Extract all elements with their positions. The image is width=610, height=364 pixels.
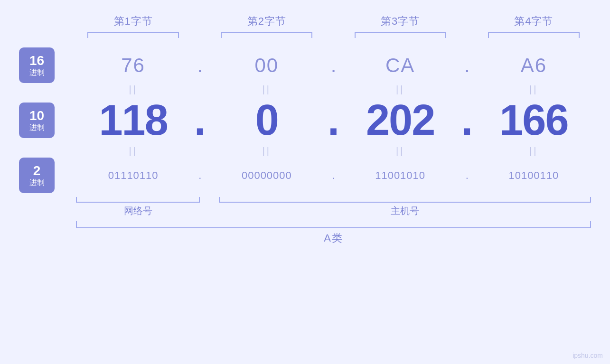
bottom-bracket-row xyxy=(76,197,591,203)
top-brackets xyxy=(76,32,591,38)
hex-values: 76 . 00 . CA . A6 xyxy=(76,54,591,77)
byte1-header: 第1字节 xyxy=(76,14,190,28)
dec-values: 118 . 0 . 202 . 166 xyxy=(76,96,591,145)
watermark: ipshu.com xyxy=(572,352,603,359)
byte3-header: 第3字节 xyxy=(343,14,458,28)
class-label: A类 xyxy=(324,231,343,245)
dec-row: 10 进制 118 . 0 . 202 . 166 xyxy=(19,96,591,145)
network-label: 网络号 xyxy=(124,205,152,216)
dec-badge: 10 进制 xyxy=(19,103,55,138)
full-bracket xyxy=(76,221,591,228)
byte2-header: 第2字节 xyxy=(209,14,324,28)
eq6: || xyxy=(263,146,271,157)
eq2: || xyxy=(263,84,271,95)
eq1: || xyxy=(129,84,137,95)
eq7: || xyxy=(396,146,404,157)
bin-badge: 2 进制 xyxy=(19,158,55,193)
eq4: || xyxy=(529,84,538,95)
bin-values: 01110110 . 00000000 . 11001010 . 1010011… xyxy=(76,169,591,182)
hex-row: 16 进制 76 . 00 . CA . A6 xyxy=(19,47,591,83)
main-container: 第1字节 第2字节 第3字节 第4字节 16 进制 76 xyxy=(0,0,610,364)
byte4-header: 第4字节 xyxy=(477,14,591,28)
eq3: || xyxy=(396,84,404,95)
byte-headers: 第1字节 第2字节 第3字节 第4字节 xyxy=(76,14,591,28)
bin-row: 2 进制 01110110 . 00000000 . 11001010 . xyxy=(19,158,591,193)
host-label: 主机号 xyxy=(391,205,419,216)
eq8: || xyxy=(529,146,538,157)
eq5: || xyxy=(129,146,137,157)
net-host-labels: 网络号 主机号 xyxy=(76,205,591,217)
hex-badge: 16 进制 xyxy=(19,47,55,83)
class-label-row: A类 xyxy=(76,231,591,245)
